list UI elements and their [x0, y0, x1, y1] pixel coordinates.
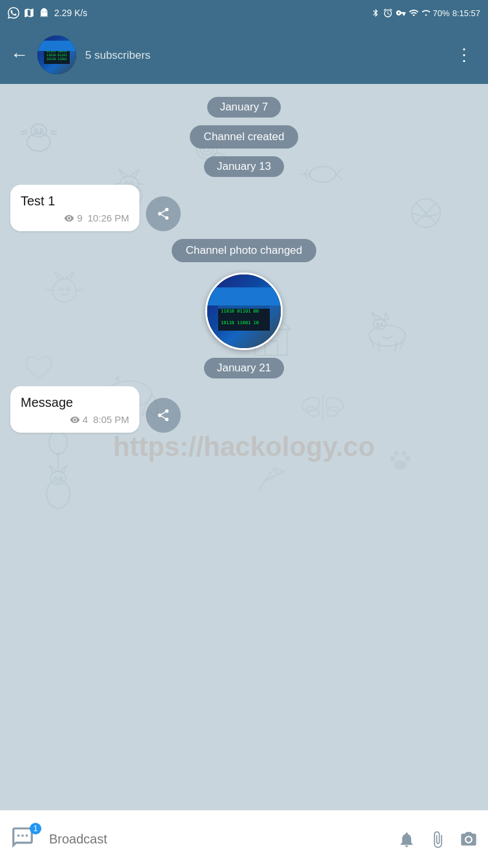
bottom-toolbar: 1	[0, 810, 488, 868]
system-msg-photo: Channel photo changed	[172, 239, 317, 262]
status-right-icons: 70% 8:15:57	[371, 7, 480, 19]
channel-photo-new[interactable]: 01101 10010 11 11010 01101 00 10110 1100…	[205, 273, 283, 350]
channel-info[interactable]: 5 subscribers	[85, 48, 442, 62]
eye-icon-msg	[70, 415, 80, 425]
svg-point-66	[50, 471, 66, 484]
svg-text:10110 11001: 10110 11001	[46, 57, 67, 61]
avatar-image: 01101 10010 11010 01101 10110 11001	[44, 45, 70, 65]
svg-text:01101 10010: 01101 10010	[46, 50, 67, 53]
chat-area: https://hackology.co January 7 Channel c…	[0, 84, 488, 810]
alarm-icon	[383, 8, 393, 18]
forward-icon-msg	[156, 408, 170, 422]
subscriber-count: 5 subscribers	[85, 49, 442, 62]
svg-marker-74	[265, 468, 284, 481]
svg-line-75	[274, 468, 278, 475]
status-bar: 2.29 K/s 70% 8:15:57	[0, 0, 488, 26]
channel-photo-inner: 01101 10010 11 11010 01101 00 10110 1100…	[207, 274, 281, 348]
system-msg-created: Channel created	[190, 125, 299, 149]
time: 8:15:57	[452, 8, 480, 18]
attachment-icon[interactable]	[429, 831, 447, 849]
date-badge-jan7: January 7	[207, 97, 281, 118]
svg-text:11010 01101: 11010 01101	[46, 54, 67, 57]
message-meta-msg: 4 8:05 PM	[21, 414, 129, 425]
message-bubble-test1: Test 1 9 10:26 PM	[10, 185, 139, 231]
svg-line-76	[258, 481, 265, 491]
key-icon	[396, 8, 406, 18]
message-time-test1: 10:26 PM	[88, 212, 129, 223]
date-badge-jan13: January 13	[204, 156, 284, 177]
svg-marker-68	[59, 465, 67, 473]
forward-button-test1[interactable]	[146, 196, 181, 231]
svg-point-77	[394, 460, 407, 470]
svg-text:01101 10010 11: 01101 10010 11	[221, 294, 259, 300]
svg-point-70	[59, 477, 62, 479]
maps-icon	[23, 7, 35, 19]
svg-point-79	[405, 456, 411, 461]
bottom-action-icons	[398, 831, 478, 849]
svg-marker-73	[265, 471, 284, 481]
ghost-icon	[39, 7, 50, 19]
status-left-icons: 2.29 K/s	[8, 7, 87, 19]
svg-text:11010 01101 00: 11010 01101 00	[221, 309, 259, 314]
bluetooth-icon	[371, 7, 380, 19]
svg-point-65	[46, 480, 70, 508]
watermark: https://hackology.co	[113, 431, 374, 462]
date-badge-jan21: January 21	[204, 358, 284, 378]
wifi-icon	[409, 8, 419, 18]
broadcast-icon-button[interactable]: 1	[10, 825, 39, 854]
svg-text:10110 11001 10: 10110 11001 10	[221, 320, 259, 326]
battery-level: 70%	[433, 8, 450, 18]
message-row-msg: Message 4 8:05 PM	[10, 386, 478, 433]
signal-icon	[422, 8, 431, 18]
svg-point-78	[390, 456, 395, 461]
channel-photo-image: 01101 10010 11 11010 01101 00 10110 1100…	[218, 292, 270, 331]
svg-point-69	[54, 477, 57, 479]
message-text-test1: Test 1	[21, 194, 129, 209]
back-button[interactable]: ←	[10, 45, 28, 65]
message-bubble-msg: Message 4 8:05 PM	[10, 386, 139, 433]
forward-button-msg[interactable]	[146, 398, 181, 433]
notification-icon[interactable]	[398, 831, 416, 849]
message-text-msg: Message	[21, 395, 129, 410]
chat-header: ← 01101 10010 11010 01101 10110 11001 5 …	[0, 26, 488, 84]
message-views-test1: 9	[64, 212, 82, 223]
svg-point-81	[402, 451, 407, 456]
forward-icon-test1	[156, 207, 170, 221]
message-views-msg: 4	[70, 414, 88, 425]
svg-point-80	[394, 451, 399, 456]
message-time-msg: 8:05 PM	[93, 414, 129, 425]
message-row-test1: Test 1 9 10:26 PM	[10, 185, 478, 231]
svg-point-72	[49, 431, 67, 454]
broadcast-input[interactable]	[49, 832, 387, 847]
svg-rect-83	[218, 300, 270, 309]
svg-marker-67	[49, 465, 57, 473]
photo-changed-section: Channel photo changed 01101 10010 11 110…	[10, 239, 478, 350]
message-list: January 7 Channel created January 13 Tes…	[10, 97, 478, 433]
broadcast-badge: 1	[30, 823, 41, 834]
channel-avatar[interactable]: 01101 10010 11010 01101 10110 11001	[37, 36, 76, 74]
whatsapp-icon	[8, 7, 19, 19]
network-speed: 2.29 K/s	[54, 8, 87, 18]
eye-icon-test1	[64, 213, 74, 223]
more-menu-button[interactable]: ⋮	[451, 40, 478, 70]
camera-icon[interactable]	[460, 831, 478, 849]
message-meta-test1: 9 10:26 PM	[21, 212, 129, 223]
